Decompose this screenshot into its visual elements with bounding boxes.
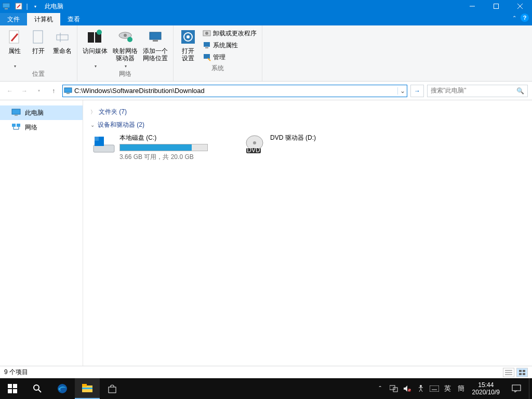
svg-rect-63 xyxy=(430,385,439,392)
group-label-location: 位置 xyxy=(3,69,74,80)
network-icon xyxy=(11,123,21,132)
uninstall-icon xyxy=(203,29,211,37)
group-devices[interactable]: ⌄ 设备和驱动器 (2) xyxy=(90,121,528,129)
view-tiles-button[interactable] xyxy=(516,368,528,377)
ribbon-group-network: 访问媒体 映射网络 驱动器 添加一个 网络位置 网络 xyxy=(77,25,174,81)
svg-rect-18 xyxy=(153,40,158,42)
tray-ime2[interactable]: 簡 xyxy=(457,384,466,393)
this-pc-icon xyxy=(1,1,11,11)
recent-dropdown[interactable]: ▾ xyxy=(33,85,45,97)
chevron-right-icon: 〉 xyxy=(90,109,96,116)
svg-rect-35 xyxy=(95,137,99,141)
drive-d[interactable]: DVD DVD 驱动器 (D:) xyxy=(243,134,373,162)
access-media-button[interactable]: 访问媒体 xyxy=(81,26,110,69)
ribbon-collapse-icon[interactable]: ⌃ xyxy=(512,15,516,21)
qat-dropdown-icon[interactable]: ▾ xyxy=(30,1,41,11)
show-desktop-button[interactable] xyxy=(529,378,532,399)
add-network-icon xyxy=(147,29,164,45)
uninstall-button[interactable]: 卸载或更改程序 xyxy=(201,28,259,39)
tray-overflow-icon[interactable]: ˆ xyxy=(376,384,385,393)
address-dropdown[interactable]: ⌄ xyxy=(397,87,407,95)
rename-icon xyxy=(54,29,71,45)
up-button[interactable]: ↑ xyxy=(48,85,59,97)
svg-rect-28 xyxy=(66,93,70,94)
view-details-button[interactable] xyxy=(503,368,514,377)
system-tray: ˆ 英 簡 xyxy=(376,384,468,393)
main-pane: 〉 文件夹 (7) ⌄ 设备和驱动器 (2) 本地磁盘 (C:) 3.66 GB… xyxy=(83,100,532,366)
open-settings-button[interactable]: 打开 设置 xyxy=(177,26,200,63)
manage-button[interactable]: 管理 xyxy=(201,51,259,63)
tray-ime1[interactable]: 英 xyxy=(443,384,453,393)
settings-icon xyxy=(180,29,196,45)
search-icon: 🔍 xyxy=(516,87,524,95)
maximize-button[interactable] xyxy=(484,0,508,12)
svg-point-16 xyxy=(127,37,132,42)
group-title: 文件夹 (7) xyxy=(99,108,127,116)
address-input[interactable] xyxy=(73,86,397,96)
drive-name: DVD 驱动器 (D:) xyxy=(270,134,316,142)
tray-keyboard-icon[interactable] xyxy=(430,384,439,393)
tab-computer[interactable]: 计算机 xyxy=(27,13,60,25)
tray-accessibility-icon[interactable] xyxy=(416,384,425,393)
taskbar-clock[interactable]: 15:44 2020/10/9 xyxy=(468,381,504,396)
tray-volume-icon[interactable] xyxy=(403,384,412,393)
action-center-button[interactable] xyxy=(504,378,529,399)
body: 此电脑 网络 〉 文件夹 (7) ⌄ 设备和驱动器 (2) 本地磁盘 (C:) xyxy=(0,100,532,366)
svg-rect-50 xyxy=(13,389,17,393)
drive-c[interactable]: 本地磁盘 (C:) 3.66 GB 可用，共 20.0 GB xyxy=(92,134,222,162)
rename-button[interactable]: 重命名 xyxy=(51,26,74,69)
clock-time: 15:44 xyxy=(472,381,500,389)
go-button[interactable]: → xyxy=(410,85,424,97)
group-folders[interactable]: 〉 文件夹 (7) xyxy=(90,108,528,116)
status-items: 9 个项目 xyxy=(4,368,28,377)
search-placeholder: 搜索"此电脑" xyxy=(431,86,467,95)
close-button[interactable] xyxy=(508,0,532,12)
properties-button[interactable]: 属性 xyxy=(3,26,26,69)
svg-rect-30 xyxy=(15,115,18,116)
manage-icon xyxy=(203,53,211,61)
svg-rect-48 xyxy=(13,384,17,388)
help-icon[interactable]: ? xyxy=(521,14,529,22)
minimize-button[interactable] xyxy=(460,0,484,12)
svg-rect-4 xyxy=(494,4,499,9)
chevron-down-icon: ⌄ xyxy=(90,122,95,128)
tray-devices-icon[interactable] xyxy=(389,384,398,393)
svg-point-15 xyxy=(124,34,127,37)
add-network-button[interactable]: 添加一个 网络位置 xyxy=(141,26,170,69)
taskbar-explorer[interactable] xyxy=(75,378,100,399)
start-button[interactable] xyxy=(0,378,25,399)
sidebar: 此电脑 网络 xyxy=(0,100,83,366)
sidebar-item-network[interactable]: 网络 xyxy=(0,120,83,135)
taskbar-store[interactable] xyxy=(100,378,125,399)
svg-point-37 xyxy=(253,141,256,144)
search-button[interactable] xyxy=(25,378,50,399)
group-label-system: 系统 xyxy=(177,63,259,74)
svg-point-23 xyxy=(205,32,208,35)
ribbon-group-system: 打开 设置 卸载或更改程序 系统属性 管理 系统 xyxy=(174,25,262,81)
tab-view[interactable]: 查看 xyxy=(60,13,87,25)
status-bar: 9 个项目 xyxy=(0,366,532,378)
svg-rect-44 xyxy=(523,370,525,372)
svg-rect-27 xyxy=(64,88,72,92)
map-drive-button[interactable]: 映射网络 驱动器 xyxy=(111,26,140,69)
taskbar: ˆ 英 簡 15:44 2020/10/9 xyxy=(0,378,532,399)
svg-rect-17 xyxy=(150,32,161,39)
taskbar-edge[interactable] xyxy=(50,378,75,399)
tab-file[interactable]: 文件 xyxy=(0,13,27,25)
svg-rect-8 xyxy=(33,31,43,43)
search-box[interactable]: 搜索"此电脑" 🔍 xyxy=(427,85,528,97)
forward-button[interactable]: → xyxy=(19,85,30,97)
system-properties-button[interactable]: 系统属性 xyxy=(201,39,259,51)
window-title: 此电脑 xyxy=(45,2,63,11)
back-button[interactable]: ← xyxy=(4,85,16,97)
ribbon: 属性 打开 重命名 位置 访问媒体 映射网络 驱动器 xyxy=(0,25,532,82)
sidebar-item-thispc[interactable]: 此电脑 xyxy=(0,105,83,120)
qat-properties-icon[interactable] xyxy=(14,1,24,11)
open-icon xyxy=(30,29,47,45)
open-button[interactable]: 打开 xyxy=(27,26,50,69)
clock-date: 2020/10/9 xyxy=(472,389,500,396)
address-bar[interactable]: ⌄ xyxy=(62,85,407,97)
sidebar-item-label: 网络 xyxy=(25,123,37,132)
svg-rect-26 xyxy=(204,54,210,59)
drive-sub: 3.66 GB 可用，共 20.0 GB xyxy=(119,153,208,162)
